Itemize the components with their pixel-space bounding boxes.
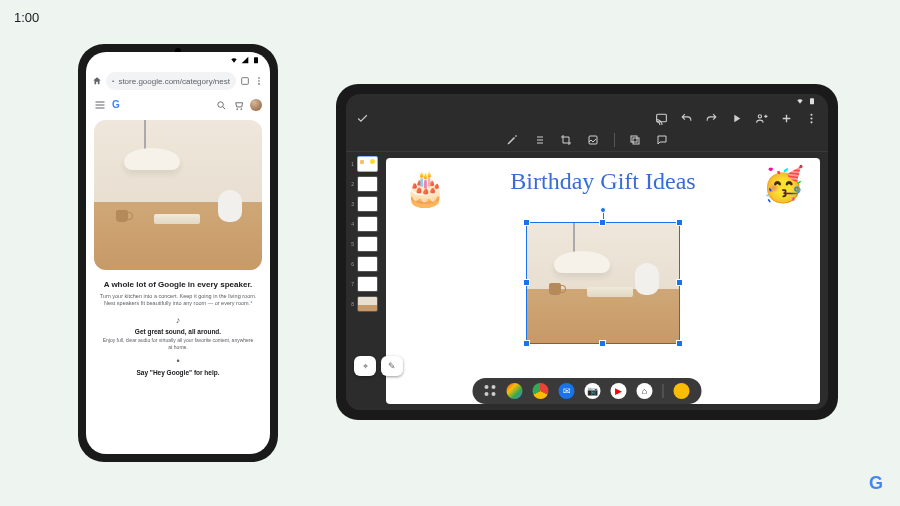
app-action-bar xyxy=(346,108,828,128)
svg-point-5 xyxy=(218,101,224,107)
url-field[interactable]: store.google.com/category/nest xyxy=(106,72,236,90)
slide-thumb[interactable]: 5 xyxy=(350,236,378,252)
resize-handle[interactable] xyxy=(599,340,606,347)
svg-point-13 xyxy=(810,121,812,123)
resize-handle[interactable] xyxy=(523,340,530,347)
comment-icon[interactable] xyxy=(656,133,669,146)
assistant-icon: • xyxy=(94,356,262,366)
hero-image xyxy=(94,120,262,270)
slide-thumb[interactable]: 6 xyxy=(350,256,378,272)
mask-image-icon[interactable] xyxy=(587,133,600,146)
add-icon[interactable] xyxy=(780,112,793,125)
resize-handle[interactable] xyxy=(676,340,683,347)
svg-point-6 xyxy=(237,108,238,109)
tablet-status-bar xyxy=(346,94,828,108)
floating-tool-chips: ⌖ ✎ xyxy=(354,356,403,376)
cast-icon[interactable] xyxy=(655,112,668,125)
camera-app-icon[interactable]: 📷 xyxy=(585,383,601,399)
resize-handle[interactable] xyxy=(676,279,683,286)
slideshow-icon[interactable] xyxy=(730,112,743,125)
home-app-icon[interactable]: ⌂ xyxy=(637,383,653,399)
svg-point-11 xyxy=(810,113,812,115)
slide-title-text[interactable]: Birthday Gift Ideas xyxy=(386,168,820,195)
resize-handle[interactable] xyxy=(599,219,606,226)
svg-point-3 xyxy=(258,80,260,82)
signal-icon xyxy=(241,56,249,64)
avatar[interactable] xyxy=(250,99,262,111)
svg-rect-1 xyxy=(242,78,249,85)
tablet-device-frame: 1 2 3 4 5 6 7 8 Birthday Gift Ideas 🎂 🥳 xyxy=(336,84,838,420)
cake-emoji-icon[interactable]: 🎂 xyxy=(404,168,446,208)
slide-canvas[interactable]: Birthday Gift Ideas 🎂 🥳 xyxy=(386,158,820,404)
edit-pencil-icon[interactable] xyxy=(506,133,519,146)
svg-rect-15 xyxy=(633,138,639,144)
copy-icon[interactable] xyxy=(629,133,642,146)
tablet-screen: 1 2 3 4 5 6 7 8 Birthday Gift Ideas 🎂 🥳 xyxy=(346,94,828,410)
app-drawer-icon[interactable] xyxy=(485,385,497,397)
share-add-person-icon[interactable] xyxy=(755,112,768,125)
page-content[interactable]: A whole lot of Google in every speaker. … xyxy=(86,116,270,454)
resize-handle[interactable] xyxy=(523,279,530,286)
done-check-icon[interactable] xyxy=(356,112,369,125)
site-header: G xyxy=(86,94,270,116)
feature-2-title: Say "Hey Google" for help. xyxy=(94,369,262,376)
party-face-emoji-icon[interactable]: 🥳 xyxy=(762,164,804,204)
redo-icon[interactable] xyxy=(705,112,718,125)
slide-thumb[interactable]: 8 xyxy=(350,296,378,312)
svg-point-2 xyxy=(258,77,260,79)
resize-handle[interactable] xyxy=(523,219,530,226)
svg-point-7 xyxy=(241,108,242,109)
google-logo-icon: G xyxy=(112,99,124,111)
slide-thumb[interactable]: 7 xyxy=(350,276,378,292)
slide-thumb[interactable]: 2 xyxy=(350,176,378,192)
presenter-timestamp: 1:00 xyxy=(14,10,39,25)
phone-screen: store.google.com/category/nest G xyxy=(86,52,270,454)
phone-status-bar xyxy=(86,52,270,68)
battery-icon xyxy=(808,97,816,105)
editor-area: 1 2 3 4 5 6 7 8 Birthday Gift Ideas 🎂 🥳 xyxy=(346,152,828,410)
slide-thumb[interactable]: 4 xyxy=(350,216,378,232)
google-g-logo-icon: G xyxy=(869,473,882,494)
gmail-app-icon[interactable] xyxy=(507,383,523,399)
tabs-icon[interactable] xyxy=(240,76,250,86)
crop-icon[interactable] xyxy=(560,133,573,146)
svg-point-10 xyxy=(758,114,761,117)
audio-icon: ♪ xyxy=(94,315,262,325)
site-menu-icon[interactable] xyxy=(94,99,106,111)
lock-icon xyxy=(112,77,114,85)
slide-thumb[interactable]: 3 xyxy=(350,196,378,212)
svg-point-4 xyxy=(258,83,260,85)
chrome-app-icon[interactable] xyxy=(533,383,549,399)
feature-1-title: Get great sound, all around. xyxy=(94,328,262,335)
recent-app-icon[interactable] xyxy=(674,383,690,399)
rotate-handle[interactable] xyxy=(600,207,606,213)
editor-toolbar xyxy=(346,128,828,152)
browser-menu-icon[interactable] xyxy=(254,76,264,86)
pen-tool-chip[interactable]: ✎ xyxy=(381,356,403,376)
list-icon[interactable] xyxy=(533,133,546,146)
svg-rect-9 xyxy=(657,114,667,122)
slide-thumb[interactable]: 1 xyxy=(350,156,378,172)
hero-title: A whole lot of Google in every speaker. xyxy=(94,280,262,289)
selected-image[interactable] xyxy=(526,222,680,344)
hero-description: Turn your kitchen into a concert. Keep i… xyxy=(98,293,258,307)
search-icon[interactable] xyxy=(216,100,227,111)
tablet-taskbar: ✉ 📷 ▶ ⌂ xyxy=(473,378,702,404)
text-selection-chip[interactable]: ⌖ xyxy=(354,356,376,376)
battery-icon xyxy=(252,56,260,64)
url-text: store.google.com/category/nest xyxy=(118,77,230,86)
feature-1-desc: Enjoy full, clear audio for virtually al… xyxy=(100,337,256,350)
youtube-app-icon[interactable]: ▶ xyxy=(611,383,627,399)
more-menu-icon[interactable] xyxy=(805,112,818,125)
home-icon[interactable] xyxy=(92,76,102,86)
resize-handle[interactable] xyxy=(676,219,683,226)
svg-rect-14 xyxy=(589,136,597,144)
wifi-icon xyxy=(796,97,804,105)
svg-rect-16 xyxy=(631,136,637,142)
wifi-icon xyxy=(230,56,238,64)
svg-rect-8 xyxy=(810,98,814,104)
undo-icon[interactable] xyxy=(680,112,693,125)
messages-app-icon[interactable]: ✉ xyxy=(559,383,575,399)
cart-icon[interactable] xyxy=(233,100,244,111)
svg-point-12 xyxy=(810,117,812,119)
